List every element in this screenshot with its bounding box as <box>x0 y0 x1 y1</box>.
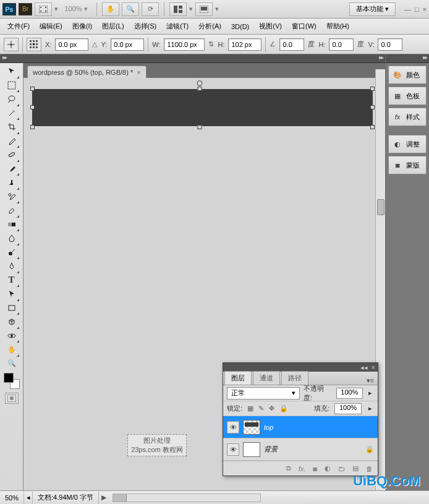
3d-object-tool[interactable] <box>4 315 19 329</box>
menu-image[interactable]: 图像(I) <box>69 20 96 33</box>
lock-all-icon[interactable]: 🔒 <box>279 404 288 412</box>
right-collapse-handle[interactable] <box>386 54 429 63</box>
transform-handle-bm[interactable] <box>197 125 202 129</box>
zoom-tool-shortcut[interactable]: 🔍 <box>122 2 139 16</box>
fill-field[interactable]: 100% <box>334 403 362 414</box>
screen-mode-button[interactable] <box>195 2 213 16</box>
status-doc-info[interactable]: 文档:4.94M/0 字节 <box>33 491 99 504</box>
lock-transparent-icon[interactable]: ▦ <box>247 404 253 412</box>
hand-tool[interactable]: ✋ <box>4 343 19 357</box>
zoom-level-field[interactable]: 100% ▾ <box>61 3 91 15</box>
blend-mode-select[interactable]: 正常 ▾ <box>227 387 300 399</box>
brush-tool[interactable] <box>4 162 19 176</box>
tab-paths[interactable]: 路径 <box>281 371 308 385</box>
wand-tool[interactable] <box>4 106 19 121</box>
layer-name[interactable]: top <box>264 424 273 431</box>
link-layers-icon[interactable]: ⧉ <box>286 464 291 472</box>
marquee-tool[interactable] <box>4 79 19 93</box>
lock-pixels-icon[interactable]: ✎ <box>258 404 264 412</box>
lasso-tool[interactable] <box>4 92 19 106</box>
transform-handle-bl[interactable] <box>30 125 35 129</box>
visibility-toggle[interactable]: 👁 <box>227 421 239 434</box>
status-zoom[interactable]: 50% <box>0 491 24 504</box>
hs-field[interactable]: 0.0 <box>329 38 354 51</box>
panel-swatches[interactable]: ▦色板 <box>388 87 427 105</box>
maximize-button[interactable]: □ <box>415 6 419 13</box>
layers-panel-titlebar[interactable]: ◂◂ × <box>223 363 378 372</box>
type-tool[interactable]: T <box>4 273 19 288</box>
workspace-switcher[interactable]: 基本功能 ▾ <box>349 2 396 16</box>
shape-tool[interactable] <box>4 301 19 315</box>
crop-tool[interactable] <box>4 120 19 134</box>
status-info-arrow[interactable]: ▶ <box>99 493 109 502</box>
panel-color[interactable]: 🎨颜色 <box>388 66 427 84</box>
minimize-button[interactable]: — <box>404 6 411 13</box>
status-left-arrow[interactable]: ◂ <box>24 491 33 504</box>
transform-tool-icon[interactable] <box>4 38 19 51</box>
move-tool[interactable] <box>4 64 19 79</box>
chevron-left-icon[interactable]: ◂◂ <box>360 364 368 372</box>
transform-handle-tl[interactable] <box>30 87 35 91</box>
gradient-tool[interactable] <box>4 218 19 232</box>
rotate-handle[interactable] <box>197 80 202 86</box>
close-tab-icon[interactable]: × <box>137 69 140 76</box>
menu-file[interactable]: 文件(F) <box>4 20 33 33</box>
transform-handle-tr[interactable] <box>370 87 375 91</box>
menu-3d[interactable]: 3D(D) <box>227 21 253 32</box>
menu-view[interactable]: 视图(V) <box>255 20 286 33</box>
group-icon[interactable]: 🗀 <box>338 465 345 472</box>
opacity-arrow[interactable]: ▸ <box>367 389 374 397</box>
h-scroll-thumb[interactable] <box>113 494 127 502</box>
arrange-docs-button[interactable] <box>169 2 187 16</box>
horizontal-scrollbar[interactable] <box>113 493 261 502</box>
transform-handle-mr[interactable] <box>370 105 375 109</box>
quick-mask-toggle[interactable] <box>5 393 19 404</box>
v-field[interactable]: 0.0 <box>378 38 402 51</box>
menu-layer[interactable]: 图层(L) <box>98 20 127 33</box>
color-swatches[interactable] <box>4 373 20 389</box>
doc-collapse-handle[interactable] <box>23 54 385 63</box>
blur-tool[interactable] <box>4 231 19 246</box>
menu-edit[interactable]: 编辑(E) <box>36 20 66 33</box>
layer-thumbnail[interactable] <box>243 442 260 457</box>
fill-arrow[interactable]: ▸ <box>367 404 374 412</box>
layer-name[interactable]: 背景 <box>264 445 278 454</box>
angle-field[interactable]: 0.0 <box>279 38 304 51</box>
lock-position-icon[interactable]: ✥ <box>269 404 274 412</box>
x-field[interactable]: 0.0 px <box>55 38 88 51</box>
eraser-tool[interactable] <box>4 203 19 218</box>
dodge-tool[interactable] <box>4 246 19 260</box>
tab-layers[interactable]: 图层 <box>224 371 252 385</box>
tools-collapse-handle[interactable] <box>0 54 23 63</box>
y-field[interactable]: 0.0 px <box>111 38 144 51</box>
zoom-tool[interactable]: 🔍 <box>4 357 19 371</box>
menu-help[interactable]: 帮助(H) <box>323 20 353 33</box>
opacity-field[interactable]: 100% <box>336 388 363 399</box>
healing-tool[interactable] <box>4 148 19 162</box>
link-icon[interactable]: ⇅ <box>208 40 214 48</box>
layer-thumbnail[interactable] <box>243 420 260 435</box>
tab-channels[interactable]: 通道 <box>253 371 280 385</box>
menu-window[interactable]: 窗口(W) <box>288 20 320 33</box>
panel-menu-icon[interactable]: ▾≡ <box>363 377 378 385</box>
transform-handle-tm[interactable] <box>197 87 202 91</box>
menu-select[interactable]: 选择(S) <box>130 20 161 33</box>
visibility-toggle[interactable]: 👁 <box>227 443 239 456</box>
layer-fx-icon[interactable]: fx. <box>299 465 306 472</box>
layer-item-background[interactable]: 👁 背景 🔒 <box>223 438 378 461</box>
eyedropper-tool[interactable] <box>4 134 19 148</box>
transform-handle-ml[interactable] <box>30 105 35 109</box>
layer-item-top[interactable]: 👁 top <box>223 416 378 438</box>
panel-masks[interactable]: ◙蒙版 <box>388 156 427 174</box>
adjustment-layer-icon[interactable]: ◐ <box>325 464 331 472</box>
panel-styles[interactable]: fx样式 <box>388 108 427 126</box>
document-tab[interactable]: wordpress @ 50% (top, RGB/8) * × <box>27 66 147 78</box>
layer-mask-icon[interactable]: ◙ <box>313 465 317 472</box>
v-scroll-thumb[interactable] <box>377 199 384 215</box>
close-window-button[interactable]: × <box>423 6 427 13</box>
h-field[interactable]: 102 px <box>228 38 261 51</box>
stamp-tool[interactable] <box>4 176 19 190</box>
transform-handle-br[interactable] <box>370 125 375 129</box>
path-select-tool[interactable] <box>4 287 19 301</box>
pen-tool[interactable] <box>4 259 19 273</box>
